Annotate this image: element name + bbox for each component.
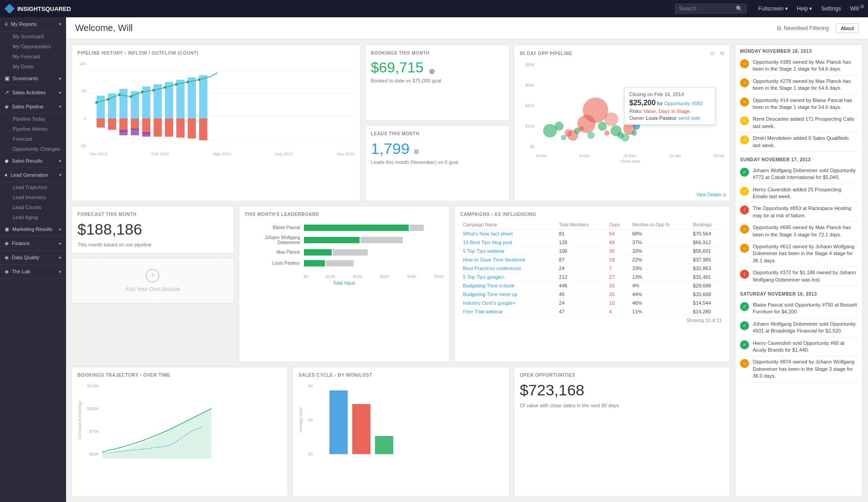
campaign-opps-cell[interactable]: 7 xyxy=(606,264,630,272)
x-label-aug2013: Aug 2013 xyxy=(275,152,293,156)
newsfeed-day: SUNDAY NOVEMBER 17, 2013✓Johann Wolfgang… xyxy=(735,154,862,288)
tooltip-opportunity-link[interactable]: Opportunity #583 xyxy=(664,101,703,106)
bookings-info-icon[interactable]: i xyxy=(429,69,435,74)
campaign-opps-cell[interactable]: 27 xyxy=(606,272,630,281)
col-member-to-opp: Member-to-Opp % xyxy=(629,220,690,230)
campaign-opps-cell[interactable]: 49 xyxy=(606,238,630,246)
search-box[interactable]: 🔍 xyxy=(675,4,747,14)
help-button[interactable]: Help ▾ xyxy=(792,4,817,14)
sidebar-item-lead-counts[interactable]: Lead Counts xyxy=(4,202,66,212)
expand-icon[interactable]: ⊡ xyxy=(710,51,714,56)
sidebar-item-lead-aging[interactable]: Lead Aging xyxy=(4,212,66,222)
sidebar-finance-header[interactable]: ◈ Finance ▸ xyxy=(0,236,66,251)
sidebar-lead-generation-header[interactable]: ♦ Lead Generation ▾ xyxy=(0,168,66,182)
fullscreen-button[interactable]: Fullscreen ▾ xyxy=(754,4,792,14)
leads-card: LEADS THIS MONTH 1,799 Leads this month … xyxy=(365,125,509,201)
campaign-opps-cell[interactable]: 16 xyxy=(606,281,630,290)
campaign-name-cell[interactable]: Budgeting Time e-book xyxy=(460,281,556,290)
sidebar-item-lead-trajectory[interactable]: Lead Trajectory xyxy=(4,182,66,192)
campaign-opps-cell[interactable]: 36 xyxy=(606,246,630,255)
svg-point-54 xyxy=(632,130,637,136)
campaign-name-cell[interactable]: 5 Top Tips webinar xyxy=(460,246,556,255)
sidebar-the-lab-header[interactable]: ◈ The Lab ▸ xyxy=(0,265,66,279)
sidebar-sales-pipeline-header[interactable]: ◈ Sales Pipeline ▾ xyxy=(0,100,66,114)
svg-point-38 xyxy=(555,122,564,131)
chevron-right-icon6: ▸ xyxy=(59,255,62,260)
sidebar-section-the-lab: ◈ The Lab ▸ xyxy=(0,265,66,279)
sidebar-my-reports-header[interactable]: ≡ My Reports ▾ xyxy=(0,17,66,31)
newsfeed-dot: ○ xyxy=(740,225,749,234)
newsfeed-icon: ⊟ xyxy=(777,25,781,31)
campaign-name-cell[interactable]: Free Trial webinar xyxy=(460,307,556,316)
sidebar: ≡ My Reports ▾ My Scorecard My Opportuni… xyxy=(0,17,66,502)
svg-rect-18 xyxy=(176,80,185,118)
sidebar-item-my-forecast[interactable]: My Forecast xyxy=(4,51,66,61)
newsfeed-text: Opportunity #874 owned by Johann Wolfgan… xyxy=(753,359,858,379)
newsfeed-item: ✓Johann Wolfgang Dobereiner sold Opportu… xyxy=(740,318,858,338)
y-label-60k: $60K xyxy=(521,83,535,87)
y-label-neg50: -50 xyxy=(79,143,86,148)
sidebar-scorecards-header[interactable]: ▣ Scorecards ▸ xyxy=(0,72,66,86)
tooltip-send-note[interactable]: send note xyxy=(678,115,700,121)
newsfeed-dot: ○ xyxy=(740,359,749,368)
lb-row-johann: Johann Wolfgang Dobereene xyxy=(245,235,444,245)
campaign-name-cell[interactable]: Best Practices conference xyxy=(460,264,556,272)
pipeline-90-icons: ⊡ ⚙ xyxy=(710,51,724,56)
sidebar-item-opportunity-changes[interactable]: Opportunity Changes xyxy=(4,144,66,154)
x-label-may2013: May 2013 xyxy=(213,152,231,156)
campaign-name-cell[interactable]: Budgeting Time meet up xyxy=(460,290,556,298)
campaign-name-cell[interactable]: 10 Best Tips blog post xyxy=(460,238,556,246)
campaign-opps-cell[interactable]: 20 xyxy=(606,290,630,298)
sidebar-sales-activities-header[interactable]: ↗ Sales Activities ▸ xyxy=(0,86,66,100)
add-module-card[interactable]: ⚙ + Add Your Own Module xyxy=(72,258,234,303)
sidebar-item-my-deals[interactable]: My Deals xyxy=(4,61,66,72)
lb-bar-gray-max xyxy=(333,249,368,256)
gear-icon[interactable]: ⚙ xyxy=(720,51,724,56)
sidebar-item-lead-inventory[interactable]: Lead Inventory xyxy=(4,192,66,202)
traj-y-axis-label: Cumulative Bookings xyxy=(77,381,82,459)
sidebar-marketing-results-header[interactable]: ◉ Marketing Results ▸ xyxy=(0,222,66,236)
sidebar-my-reports-label: My Reports xyxy=(11,21,36,27)
pipeline-90-tooltip: Closing on Feb 16, 2014 $25,200 for Oppo… xyxy=(624,87,715,125)
sidebar-item-my-scorecard[interactable]: My Scorecard xyxy=(4,31,66,41)
svg-point-52 xyxy=(621,133,629,142)
y-label-40k: $40K xyxy=(521,103,535,108)
campaigns-header-row: Campaign Name Total Members Opps Member-… xyxy=(460,220,724,230)
settings-button[interactable]: Settings xyxy=(817,4,845,14)
svg-rect-26 xyxy=(142,132,150,137)
x-label-9feb: 9-Feb xyxy=(714,154,724,158)
newsfeed-text: The Opportunity #853 at Rackspace Hostin… xyxy=(753,205,858,219)
sidebar-sales-results-label: Sales Results xyxy=(12,158,42,164)
svg-point-45 xyxy=(587,132,595,139)
campaign-opps-cell[interactable]: 18 xyxy=(606,255,630,264)
campaign-name-cell[interactable]: 5 Top Tips google+ xyxy=(460,272,556,281)
sidebar-data-quality-header[interactable]: ◈ Data Quality ▸ xyxy=(0,251,66,265)
sidebar-item-pipeline-today[interactable]: Pipeline Today xyxy=(4,114,66,124)
view-details-link[interactable]: View Details ⊡ xyxy=(696,192,726,197)
traj-y-125k: $125K xyxy=(85,384,99,388)
newsfeed-filter-button[interactable]: ⊟ Newsfeed Filtering xyxy=(777,25,829,31)
leads-box-icon xyxy=(414,149,419,154)
bookings-title: BOOKINGS THIS MONTH xyxy=(371,51,503,56)
svg-rect-20 xyxy=(188,77,196,118)
sidebar-item-pipeline-history[interactable]: Pipeline History xyxy=(4,124,66,134)
campaign-opps-cell[interactable]: 10 xyxy=(606,298,630,307)
campaign-opps-cell[interactable]: 4 xyxy=(606,307,630,316)
traj-y-100k: $100K xyxy=(85,406,99,411)
pipeline-history-chart xyxy=(90,59,354,150)
bookings-leads-column: BOOKINGS THIS MONTH $69,715 i Booked to … xyxy=(365,45,509,201)
campaign-opps-cell[interactable]: 54 xyxy=(606,229,630,238)
pipeline-90-card-header: 90 DAY OPP PIPELINE ⊡ ⚙ xyxy=(520,51,724,56)
campaign-name-cell[interactable]: How to Save Time facebook xyxy=(460,255,556,264)
campaign-name-cell[interactable]: Industry Dont's google+ xyxy=(460,298,556,307)
sidebar-item-forecast[interactable]: Forecast xyxy=(4,134,66,144)
newsfeed-text: Opportunity #612 owned by Johann Wolfgan… xyxy=(753,243,858,264)
sidebar-item-my-opportunities[interactable]: My Opportunities xyxy=(4,41,66,51)
search-input[interactable] xyxy=(679,5,734,12)
sidebar-sales-results-header[interactable]: ◆ Sales Results ▸ xyxy=(0,154,66,168)
lb-x-50k: $50K xyxy=(434,274,444,279)
lb-name-johann: Johann Wolfgang Dobereene xyxy=(245,235,304,245)
campaign-name-cell[interactable]: What's New fact sheet xyxy=(460,229,556,238)
campaign-bookings-cell: $32,863 xyxy=(690,264,724,272)
about-button[interactable]: About xyxy=(836,23,859,33)
